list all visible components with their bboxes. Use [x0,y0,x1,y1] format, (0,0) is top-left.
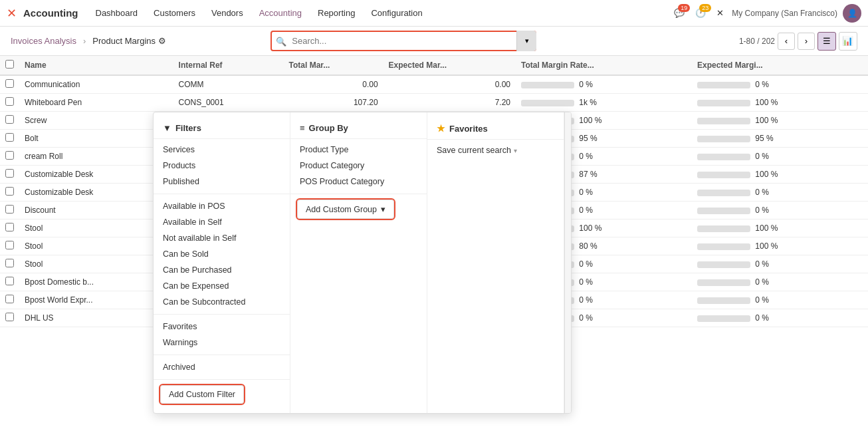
nav-vendors[interactable]: Vendors [205,5,250,21]
groupby-product-type[interactable]: Product Type [290,142,427,158]
activity-icon-btn[interactable]: 🕐23 [693,5,708,21]
tmr-value: 100 % [579,223,601,233]
groupby-icon: ≡ [300,123,305,133]
filter-favorites[interactable]: Favorites [154,319,290,335]
close-icon-btn[interactable]: ✕ [714,5,726,21]
add-custom-group-button[interactable]: Add Custom Group ▾ [297,200,394,219]
groupby-product-category[interactable]: Product Category [290,158,427,174]
pager-info: 1-80 / 202 [739,37,775,46]
emr-value: 100 % [755,170,778,179]
filter-available-self[interactable]: Available in Self [154,214,290,230]
logo-icon: ✕ [7,6,17,21]
emr-bar [697,261,750,268]
row-checkbox[interactable] [0,309,19,327]
nav-configuration[interactable]: Configuration [364,5,429,21]
nav-customers[interactable]: Customers [147,5,202,21]
filter-warnings[interactable]: Warnings [154,335,290,351]
row-checkbox[interactable] [0,148,19,166]
search-icon: 🔍 [276,36,286,46]
tmr-value: 0 % [579,152,593,161]
select-all-checkbox[interactable] [5,60,14,69]
filter-archived[interactable]: Archived [154,359,290,375]
row-checkbox[interactable] [0,75,19,94]
row-checkbox[interactable] [0,184,19,202]
row-checkbox[interactable] [0,94,19,112]
col-tm[interactable]: Total Mar... [284,56,383,75]
breadcrumb-parent[interactable]: Invoices Analysis [11,36,76,46]
emr-value: 0 % [755,295,769,305]
row-tm: 0.00 [284,75,383,94]
col-emr[interactable]: Expected Margi... [692,56,868,75]
row-name: Whiteboard Pen [19,94,173,112]
save-search-arrow: ▾ [514,147,517,154]
tmr-value: 0 % [579,295,593,305]
chart-view-button[interactable]: 📊 [839,32,857,51]
add-custom-filter-button[interactable]: Add Custom Filter [160,385,244,404]
emr-bar [697,154,750,160]
col-name[interactable]: Name [19,56,173,75]
groupby-pos-product-category[interactable]: POS Product Category [290,174,427,190]
brand-name: Accounting [23,7,78,19]
filter-can-be-expensed[interactable]: Can be Expensed [154,278,290,294]
col-ref[interactable]: Internal Ref [173,56,284,75]
favorites-column: ★ Favorites Save current search ▾ [427,112,564,413]
panel-scrollbar[interactable] [564,112,571,413]
emr-value: 100 % [755,98,778,107]
filter-services[interactable]: Services [154,142,290,158]
tmr-value: 87 % [579,170,597,179]
row-checkbox[interactable] [0,130,19,148]
row-checkbox[interactable] [0,255,19,273]
filter-published[interactable]: Published [154,174,290,190]
row-name: Bpost World Expr... [19,291,173,309]
row-checkbox[interactable] [0,237,19,255]
nav-dashboard[interactable]: Dashboard [89,5,145,21]
pager-next-button[interactable]: › [798,33,815,50]
activity-badge: 23 [699,4,711,12]
table-container: Name Internal Ref Total Mar... Expected … [0,56,868,439]
row-checkbox[interactable] [0,166,19,184]
list-view-button[interactable]: ☰ [817,32,836,51]
row-emr: 100 % [692,220,868,237]
filter-can-be-purchased[interactable]: Can be Purchased [154,262,290,278]
filter-can-be-sold[interactable]: Can be Sold [154,246,290,262]
row-name: Communication [19,75,173,94]
row-emr: 0 % [692,148,868,166]
row-name: Stool [19,237,173,255]
emr-value: 0 % [755,80,769,89]
tmr-value: 0 % [579,313,593,323]
row-checkbox[interactable] [0,112,19,130]
col-em[interactable]: Expected Mar... [383,56,516,75]
filter-can-be-subcontracted[interactable]: Can be Subcontracted [154,294,290,310]
row-emr: 0 % [692,255,868,273]
gear-icon[interactable]: ⚙ [158,36,166,46]
filter-available-pos[interactable]: Available in POS [154,198,290,214]
filter-not-available-self[interactable]: Not available in Self [154,230,290,246]
row-checkbox[interactable] [0,220,19,237]
filter-products[interactable]: Products [154,158,290,174]
emr-bar [697,243,750,250]
search-dropdown-button[interactable]: ▾ [516,31,536,51]
search-input[interactable] [271,31,536,51]
groupby-column: ≡ Group By Product Type Product Category… [290,112,427,413]
pager-prev-button[interactable]: ‹ [778,33,795,50]
row-name: Bpost Domestic b... [19,273,173,291]
emr-bar [697,208,750,214]
favorites-header: ★ Favorites [427,119,564,140]
tmr-value: 80 % [579,241,597,251]
emr-value: 100 % [755,223,778,233]
emr-bar [697,315,750,322]
nav-reporting[interactable]: Reporting [311,5,362,21]
row-ref: COMM [173,75,284,94]
groupby-header: ≡ Group By [290,119,427,139]
avatar[interactable]: 👤 [843,4,861,23]
col-tmr[interactable]: Total Margin Rate... [516,56,692,75]
row-checkbox[interactable] [0,202,19,220]
emr-bar [697,172,750,178]
save-current-search[interactable]: Save current search ▾ [427,142,564,158]
row-checkbox[interactable] [0,273,19,291]
message-icon-btn[interactable]: 💬19 [671,5,687,21]
tmr-value: 0 % [579,80,593,89]
nav-accounting[interactable]: Accounting [253,5,308,21]
row-checkbox[interactable] [0,291,19,309]
emr-bar [697,279,750,286]
